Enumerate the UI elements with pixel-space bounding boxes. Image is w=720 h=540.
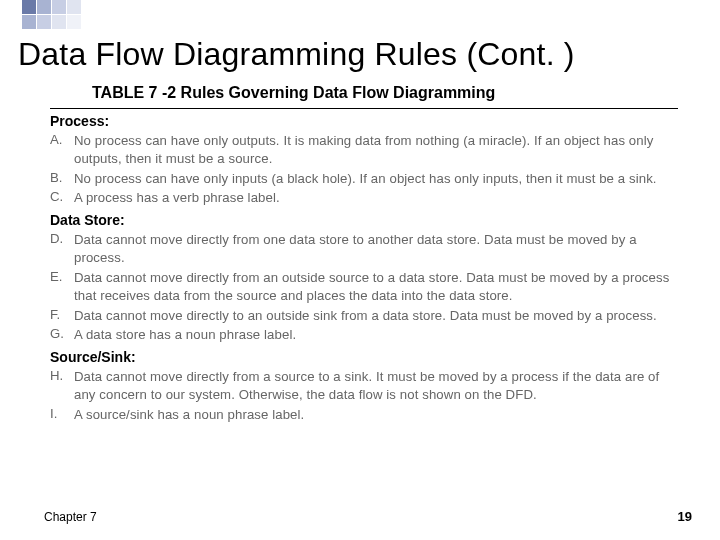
rule-text: A source/sink has a noun phrase label. [74,406,678,424]
rule-row: D. Data cannot move directly from one da… [50,230,678,268]
section-heading-datastore: Data Store: [50,208,678,230]
sq [22,0,36,14]
rule-letter: C. [50,189,74,207]
rule-letter: A. [50,132,74,168]
rule-row: F. Data cannot move directly to an outsi… [50,306,678,326]
sq [52,15,66,29]
rule-row: G. A data store has a noun phrase label. [50,325,678,345]
section-heading-process: Process: [50,109,678,131]
rule-letter: D. [50,231,74,267]
table-caption: TABLE 7 -2 Rules Governing Data Flow Dia… [92,84,495,102]
rule-row: E. Data cannot move directly from an out… [50,268,678,306]
rule-text: Data cannot move directly from an outsid… [74,269,678,305]
page-title: Data Flow Diagramming Rules (Cont. ) [18,36,575,73]
section-heading-sourcesink: Source/Sink: [50,345,678,367]
decor-row-2 [22,15,82,30]
footer-page-number: 19 [678,509,692,524]
rule-letter: H. [50,368,74,404]
rule-text: A data store has a noun phrase label. [74,326,678,344]
rule-letter: B. [50,170,74,188]
rule-row: I. A source/sink has a noun phrase label… [50,405,678,425]
rule-text: A process has a verb phrase label. [74,189,678,207]
rule-row: A. No process can have only outputs. It … [50,131,678,169]
rule-text: No process can have only inputs (a black… [74,170,678,188]
sq [37,0,51,14]
rule-text: Data cannot move directly to an outside … [74,307,678,325]
rule-letter: I. [50,406,74,424]
decor-squares [22,0,82,30]
rule-letter: G. [50,326,74,344]
rule-row: H. Data cannot move directly from a sour… [50,367,678,405]
rule-letter: E. [50,269,74,305]
sq [22,15,36,29]
sq [52,0,66,14]
rule-letter: F. [50,307,74,325]
sq [37,15,51,29]
rule-text: Data cannot move directly from one data … [74,231,678,267]
decor-row-1 [22,0,82,15]
rule-text: Data cannot move directly from a source … [74,368,678,404]
sq [67,15,81,29]
sq [67,0,81,14]
rules-table: Process: A. No process can have only out… [50,108,678,425]
footer-chapter: Chapter 7 [44,510,97,524]
rule-row: C. A process has a verb phrase label. [50,188,678,208]
rule-row: B. No process can have only inputs (a bl… [50,169,678,189]
rule-text: No process can have only outputs. It is … [74,132,678,168]
